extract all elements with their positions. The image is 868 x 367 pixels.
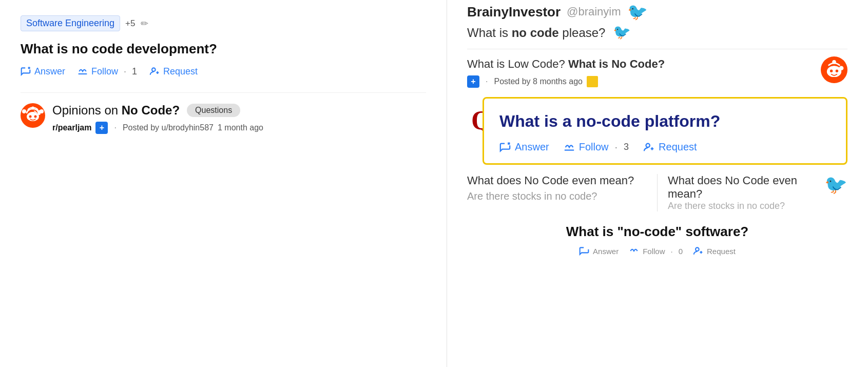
meta-dot: · [114,123,116,132]
reddit-right-section: What is Low Code? What is No Code? + · P… [467,56,847,88]
hl-request-icon [643,142,654,153]
bottom-right-subtext: Are there stocks in no code? [668,201,819,211]
bottom-right-text: What does No Code even mean? [668,174,819,201]
top-right-section: BrainyInvestor @brainyim 🐦 What is no co… [467,0,847,41]
highlighted-actions: Answer Follow · 3 [499,141,831,153]
reddit-title-bold: No Code? [122,103,180,117]
time-ago: 1 month ago [218,123,263,132]
hl-request-button[interactable]: Request [643,141,697,153]
twitter-question-1[interactable]: What is no code please? 🐦 [467,24,847,41]
post-author: u/brodyhin587 [162,123,214,132]
tag-row: Software Engineering +5 ✏ [21,15,426,31]
right-column: BrainyInvestor @brainyim 🐦 What is no co… [447,0,868,367]
hl-follow-button[interactable]: Follow · 3 [564,141,629,153]
questions-badge[interactable]: Questions [187,104,240,117]
reddit-left-meta: r/pearljam + · Posted by u/brodyhin587 1… [52,122,426,134]
tw-q1-suffix: please? [559,26,606,40]
bc-follow-btn[interactable]: Follow · 0 [629,246,683,256]
divider-1 [467,49,847,49]
bottom-right-content: What does No Code even mean? Are there s… [668,174,819,211]
hl-answer-button[interactable]: Answer [499,141,549,153]
posted-dot: · [486,77,488,86]
bc-answer-label: Answer [593,247,619,256]
partial-handle: @brainyim [567,5,621,18]
bc-request-label: Request [707,247,736,256]
software-engineering-tag[interactable]: Software Engineering [21,15,120,31]
reddit-icon-right [821,56,847,83]
svg-point-23 [832,60,836,64]
hl-follow-label: Follow [579,141,609,153]
rr-q-bold: What is No Code? [568,57,665,70]
svg-point-10 [22,109,26,113]
bc-answer-btn[interactable]: Answer [579,246,619,256]
hl-answer-label: Answer [515,141,549,153]
bc-dot: · [671,247,673,256]
svg-point-15 [29,115,32,118]
bottom-center-title[interactable]: What is "no-code" software? [467,224,847,240]
reddit-right-question[interactable]: What is Low Code? What is No Code? [467,56,815,72]
reddit-left-title: Opinions on No Code? Questions [52,103,426,118]
tag-plus-count: +5 [125,18,135,29]
bottom-left-question[interactable]: What does No Code even mean? [467,174,647,187]
hl-request-label: Request [659,141,697,153]
reddit-right-content: What is Low Code? What is No Code? + · P… [467,56,815,88]
bottom-left-sub: Are there stocks in no code? [467,190,647,202]
posted-time: Posted by 8 months ago [494,77,583,86]
bc-follow-icon [629,246,639,256]
answer-label: Answer [34,66,65,77]
highlighted-question-title[interactable]: What is a no-code platform? [499,111,831,132]
svg-point-29 [839,66,844,70]
reddit-icon [21,103,45,128]
svg-point-27 [830,69,833,72]
bottom-left-section: What does No Code even mean? Are there s… [467,174,658,211]
bottom-center-section: What is "no-code" software? Answer Follo… [467,224,847,256]
request-label: Request [163,66,198,77]
bc-follow-label: Follow [643,247,665,256]
yellow-box-icon [587,76,598,87]
bc-answer-icon [579,246,589,256]
left-action-row: Answer Follow · 1 Request [21,66,426,77]
hl-follow-icon [564,142,575,153]
edit-icon[interactable]: ✏ [141,18,148,29]
reddit-right-posted: + · Posted by 8 months ago [467,75,815,88]
reddit-title-prefix: Opinions on No Code? [52,103,180,118]
answer-button[interactable]: Answer [21,66,65,77]
twitter-bird-bottom: 🐦 [824,174,847,196]
posted-plus-btn[interactable]: + [467,75,479,88]
highlighted-box-wrapper: Q What is a no-code platform? Answer [483,97,847,165]
dot-sep: · [124,66,126,77]
svg-point-32 [646,144,650,147]
bc-follow-count: 0 [679,247,683,256]
bottom-row: What does No Code even mean? Are there s… [467,174,847,211]
partial-username: BrainyInvestor [467,4,561,20]
reddit-left-content: Opinions on No Code? Questions r/pearlja… [52,103,426,134]
svg-point-18 [31,106,34,109]
follow-count: 1 [132,66,137,77]
follow-button[interactable]: Follow · 1 [78,66,137,77]
hl-answer-icon [499,142,511,153]
request-icon [149,66,160,76]
posted-by-text: Posted by u/brodyhin587 [123,123,214,132]
highlighted-question-box: What is a no-code platform? Answer [483,97,847,165]
follow-label: Follow [91,66,118,77]
subreddit-link[interactable]: r/pearljam [52,123,91,132]
svg-point-28 [836,69,838,72]
left-column: Software Engineering +5 ✏ What is no cod… [0,0,447,367]
bottom-right-section: What does No Code even mean? Are there s… [658,174,847,211]
hl-follow-count: 3 [624,142,629,152]
left-question-title[interactable]: What is no code development? [21,41,426,58]
svg-point-2 [152,68,156,72]
request-button[interactable]: Request [149,66,198,77]
answer-icon [21,66,31,76]
bc-request-icon [693,246,703,256]
svg-point-16 [34,115,37,118]
tw-q1-bold: no code [512,26,559,40]
twitter-bird-1: 🐦 [613,24,631,40]
bc-request-btn[interactable]: Request [693,246,736,256]
svg-point-35 [696,248,699,252]
follow-icon [78,66,88,76]
subreddit-plus-btn[interactable]: + [95,122,108,134]
reddit-left-item: Opinions on No Code? Questions r/pearlja… [21,92,426,134]
twitter-icon-top: 🐦 [627,2,648,22]
tw-q1-prefix: What is [467,26,512,40]
